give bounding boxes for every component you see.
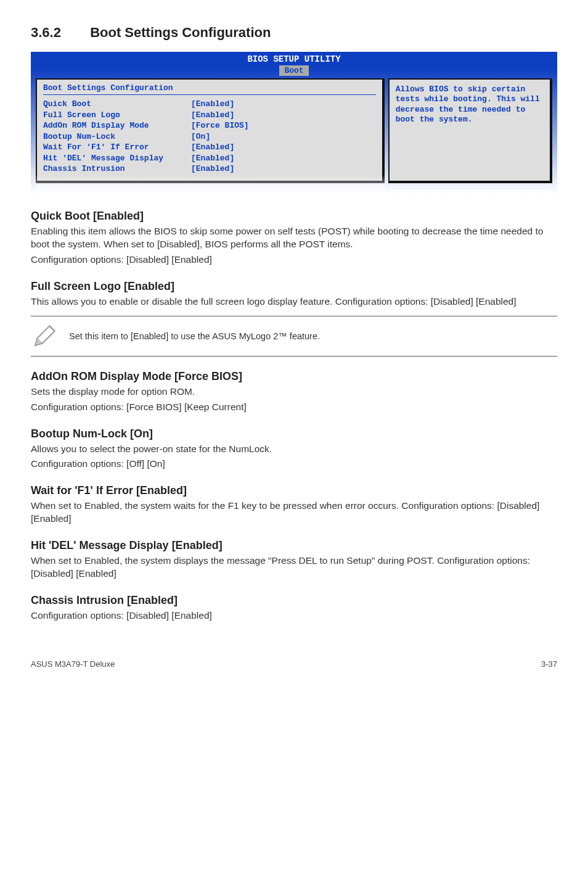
paragraph: Allows you to select the power-on state … xyxy=(31,443,557,456)
footer-right: 3-37 xyxy=(541,659,557,669)
subheading-hit-del: Hit 'DEL' Message Display [Enabled] xyxy=(31,539,557,552)
paragraph: When set to Enabled, the system displays… xyxy=(31,555,557,580)
paragraph: Enabling this item allows the BIOS to sk… xyxy=(31,225,557,251)
bios-row: Quick Boot[Enabled] xyxy=(43,99,376,110)
bios-row-label: Bootup Num-Lock xyxy=(43,131,191,142)
bios-row: Chassis Intrusion[Enabled] xyxy=(43,163,376,175)
bios-row-value: [Enabled] xyxy=(191,142,376,153)
bios-header: BIOS SETUP UTILITY xyxy=(31,52,557,64)
page-footer: ASUS M3A79-T Deluxe 3-37 xyxy=(31,659,557,669)
note-text: Set this item to [Enabled] to use the AS… xyxy=(69,331,320,341)
bios-row-label: Quick Boot xyxy=(43,99,191,110)
bios-help-pane: Allows BIOS to skip certain tests while … xyxy=(388,78,552,183)
paragraph: Configuration options: [Disabled] [Enabl… xyxy=(31,609,557,622)
bios-left-pane: Boot Settings Configuration Quick Boot[E… xyxy=(36,78,385,183)
bios-row-label: Wait For 'F1' If Error xyxy=(43,142,191,153)
bios-tab-boot: Boot xyxy=(279,65,308,76)
section-heading: 3.6.2 Boot Settings Configuration xyxy=(31,25,557,41)
subheading-quick-boot: Quick Boot [Enabled] xyxy=(31,210,557,223)
paragraph: Configuration options: [Disabled] [Enabl… xyxy=(31,254,557,266)
bios-left-title: Boot Settings Configuration xyxy=(43,83,376,95)
section-title: Boot Settings Configuration xyxy=(90,25,271,40)
note-callout: Set this item to [Enabled] to use the AS… xyxy=(31,316,557,357)
bios-row-label: AddOn ROM Display Mode xyxy=(43,120,191,131)
bios-screenshot: BIOS SETUP UTILITY Boot Boot Settings Co… xyxy=(31,52,557,194)
bios-tab-bar: Boot xyxy=(31,64,557,76)
bios-row: Full Screen Logo[Enabled] xyxy=(43,110,376,121)
subheading-bootup-numlock: Bootup Num-Lock [On] xyxy=(31,427,557,440)
paragraph: Sets the display mode for option ROM. xyxy=(31,386,557,398)
bios-row: Hit 'DEL' Message Display[Enabled] xyxy=(43,153,376,164)
bios-row: Wait For 'F1' If Error[Enabled] xyxy=(43,142,376,153)
paragraph: This allows you to enable or disable the… xyxy=(31,295,557,308)
subheading-full-screen-logo: Full Screen Logo [Enabled] xyxy=(31,280,557,293)
bios-row-value: [Force BIOS] xyxy=(191,120,376,131)
section-number: 3.6.2 xyxy=(31,25,86,41)
paragraph: Configuration options: [Force BIOS] [Kee… xyxy=(31,401,557,414)
subheading-addon-rom: AddOn ROM Display Mode [Force BIOS] xyxy=(31,370,557,383)
subheading-wait-f1: Wait for 'F1' If Error [Enabled] xyxy=(31,484,557,497)
bios-row-value: [Enabled] xyxy=(191,110,376,121)
bios-row: Bootup Num-Lock[On] xyxy=(43,131,376,142)
bios-row-label: Chassis Intrusion xyxy=(43,163,191,175)
bios-row-value: [On] xyxy=(191,131,376,142)
subheading-chassis-intrusion: Chassis Intrusion [Enabled] xyxy=(31,594,557,607)
paragraph: Configuration options: [Off] [On] xyxy=(31,458,557,471)
pencil-note-icon xyxy=(31,323,58,350)
bios-row-value: [Enabled] xyxy=(191,99,376,110)
bios-row: AddOn ROM Display Mode[Force BIOS] xyxy=(43,120,376,131)
bios-row-value: [Enabled] xyxy=(191,163,376,175)
paragraph: When set to Enabled, the system waits fo… xyxy=(31,500,557,526)
bios-row-value: [Enabled] xyxy=(191,153,376,164)
bios-row-label: Hit 'DEL' Message Display xyxy=(43,153,191,164)
bios-row-label: Full Screen Logo xyxy=(43,110,191,121)
svg-line-0 xyxy=(49,326,54,331)
footer-left: ASUS M3A79-T Deluxe xyxy=(31,659,115,669)
